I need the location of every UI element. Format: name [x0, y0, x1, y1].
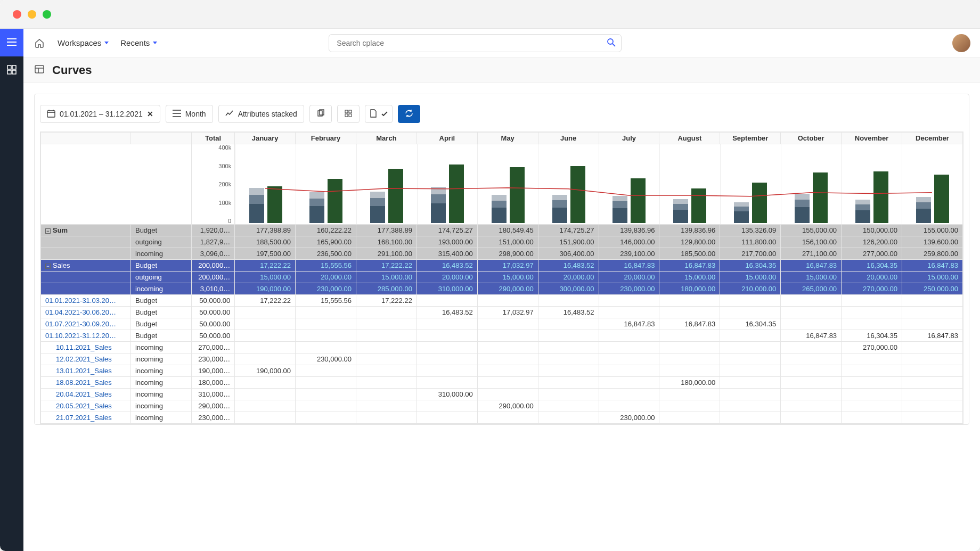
column-header[interactable]: December: [902, 133, 963, 144]
date-range-button[interactable]: 01.01.2021 – 31.12.2021 ✕: [40, 105, 160, 123]
value-cell: 16,847.83: [599, 260, 659, 272]
export-button[interactable]: [365, 105, 393, 123]
row-name-cell[interactable]: 01.01.2021-31.03.20…: [41, 295, 131, 307]
outgoing-bar[interactable]: [673, 199, 688, 223]
column-header[interactable]: Total: [191, 133, 234, 144]
window-close-icon[interactable]: [13, 10, 21, 19]
incoming-bar[interactable]: [691, 188, 706, 223]
outgoing-bar[interactable]: [309, 192, 324, 223]
attr-cell: Budget: [130, 307, 191, 318]
outgoing-bar[interactable]: [855, 200, 870, 223]
menu-toggle[interactable]: [0, 29, 23, 56]
incoming-bar[interactable]: [570, 166, 585, 223]
outgoing-bar[interactable]: [492, 195, 507, 223]
incoming-bar[interactable]: [449, 165, 464, 223]
incoming-bar[interactable]: [631, 178, 646, 223]
workspaces-dropdown[interactable]: Workspaces: [58, 38, 109, 47]
outgoing-bar[interactable]: [249, 188, 264, 223]
value-cell: [296, 389, 356, 400]
value-cell: 15,000.00: [659, 272, 720, 283]
value-cell: [659, 412, 720, 424]
value-cell: [356, 377, 416, 389]
column-header[interactable]: June: [538, 133, 599, 144]
column-header[interactable]: April: [416, 133, 477, 144]
outgoing-bar[interactable]: [612, 196, 627, 223]
row-name-cell[interactable]: 10.11.2021_Sales: [41, 342, 131, 353]
table-row: incoming3,096,0…197,500.00236,500.00291,…: [41, 248, 963, 260]
column-header[interactable]: May: [477, 133, 538, 144]
outgoing-bar[interactable]: [370, 192, 385, 223]
close-icon[interactable]: ✕: [147, 110, 153, 118]
collapse-icon[interactable]: −: [45, 228, 51, 234]
column-header[interactable]: September: [720, 133, 781, 144]
value-cell: [296, 307, 356, 318]
window-minimize-icon[interactable]: [28, 10, 36, 19]
attr-cell: outgoing: [130, 272, 191, 283]
column-header[interactable]: November: [842, 133, 902, 144]
incoming-bar[interactable]: [934, 175, 949, 223]
outgoing-bar[interactable]: [734, 202, 749, 223]
file-icon: [370, 109, 377, 119]
column-header[interactable]: [41, 133, 131, 144]
incoming-bar[interactable]: [752, 183, 767, 223]
table-row: 12.02.2021_Salesincoming230,000…230,000.…: [41, 353, 963, 365]
avatar[interactable]: [952, 34, 970, 52]
attributes-button[interactable]: Attributes stacked: [218, 105, 304, 123]
value-cell: [296, 318, 356, 330]
value-cell: 15,000.00: [781, 272, 842, 283]
search-input[interactable]: [329, 34, 622, 52]
total-cell: 230,000…: [191, 412, 234, 424]
row-name-cell[interactable]: 20.05.2021_Sales: [41, 400, 131, 412]
recents-dropdown[interactable]: Recents: [120, 38, 157, 47]
value-cell: [477, 365, 538, 377]
row-name-cell[interactable]: 21.07.2021_Sales: [41, 412, 131, 424]
column-header[interactable]: March: [356, 133, 416, 144]
value-cell: [659, 400, 720, 412]
value-cell: 310,000.00: [416, 389, 477, 400]
row-name-cell[interactable]: 12.02.2021_Sales: [41, 353, 131, 365]
column-header[interactable]: October: [781, 133, 842, 144]
dashboard-item[interactable]: [0, 56, 23, 84]
incoming-bar[interactable]: [388, 169, 403, 223]
column-header[interactable]: [130, 133, 191, 144]
row-name-cell[interactable]: 18.08.2021_Sales: [41, 377, 131, 389]
incoming-bar[interactable]: [510, 167, 525, 223]
value-cell: 15,555.56: [296, 260, 356, 272]
svg-rect-0: [7, 65, 11, 69]
collapse-icon[interactable]: −: [45, 264, 51, 269]
search-icon[interactable]: [607, 38, 616, 49]
outgoing-bar[interactable]: [795, 194, 810, 223]
outgoing-bar[interactable]: [431, 187, 446, 223]
outgoing-bar[interactable]: [552, 195, 567, 223]
value-cell: [477, 318, 538, 330]
window-maximize-icon[interactable]: [43, 10, 51, 19]
column-header[interactable]: February: [296, 133, 356, 144]
value-cell: [235, 412, 296, 424]
incoming-bar[interactable]: [813, 172, 828, 223]
row-name-cell[interactable]: 01.04.2021-30.06.20…: [41, 307, 131, 318]
column-header[interactable]: August: [659, 133, 720, 144]
attr-cell: incoming: [130, 342, 191, 353]
value-cell: 16,847.83: [659, 318, 720, 330]
row-name-cell[interactable]: 01.10.2021-31.12.20…: [41, 330, 131, 342]
incoming-bar[interactable]: [873, 171, 888, 223]
column-header[interactable]: July: [599, 133, 659, 144]
incoming-bar[interactable]: [328, 179, 342, 223]
incoming-bar[interactable]: [267, 186, 282, 223]
home-button[interactable]: [33, 37, 46, 50]
copy-button[interactable]: [309, 105, 332, 123]
outgoing-bar[interactable]: [916, 197, 931, 223]
row-name-cell[interactable]: 20.04.2021_Sales: [41, 389, 131, 400]
row-name-cell: [41, 248, 131, 260]
settings-button[interactable]: [337, 105, 360, 123]
table-row: 01.01.2021-31.03.20…Budget50,000.0017,22…: [41, 295, 963, 307]
column-header[interactable]: January: [235, 133, 296, 144]
value-cell: 306,400.00: [538, 248, 599, 260]
row-name-cell[interactable]: 13.01.2021_Sales: [41, 365, 131, 377]
value-cell: 277,000.00: [842, 248, 902, 260]
value-cell: 197,500.00: [235, 248, 296, 260]
refresh-button[interactable]: [398, 105, 420, 123]
value-cell: 190,000.00: [235, 365, 296, 377]
month-button[interactable]: Month: [166, 105, 213, 123]
row-name-cell[interactable]: 01.07.2021-30.09.20…: [41, 318, 131, 330]
